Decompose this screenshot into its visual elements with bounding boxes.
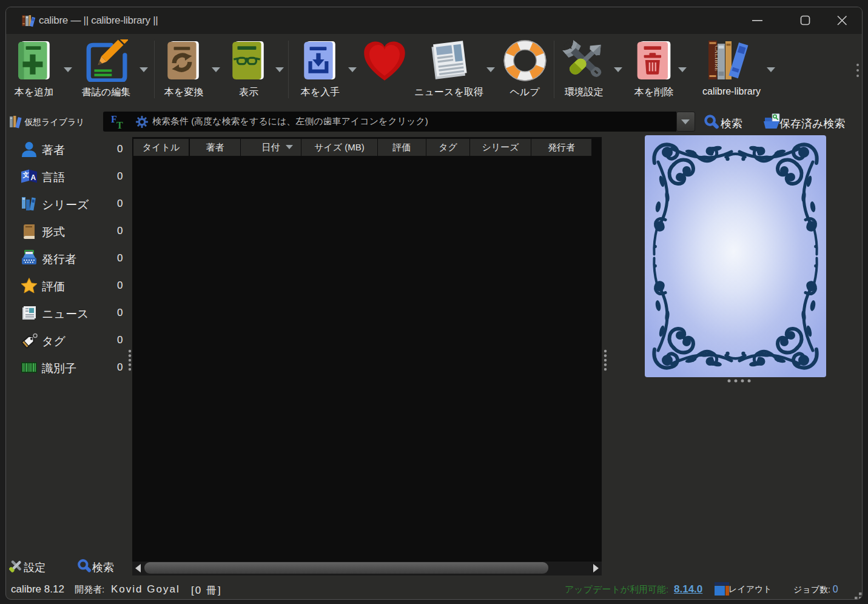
svg-text:T: T bbox=[116, 120, 123, 130]
svg-text:A: A bbox=[31, 173, 36, 182]
svg-text:文: 文 bbox=[23, 170, 30, 178]
